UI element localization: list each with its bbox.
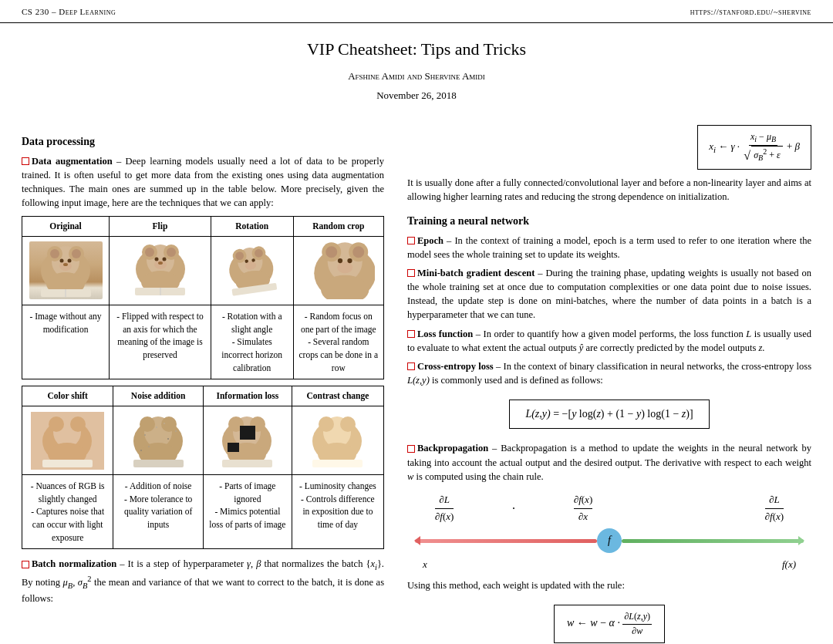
svg-rect-72 bbox=[222, 460, 272, 467]
bn-formula-box: xi ← γ · xi − μB √ σB2 + ε + β bbox=[697, 125, 811, 170]
page-title: VIP Cheatsheet: Tips and Tricks bbox=[0, 37, 833, 62]
cross-entropy-paragraph: Cross-entropy loss – In the context of b… bbox=[407, 359, 811, 387]
update-rule-text: Using this method, each weight is update… bbox=[407, 578, 811, 592]
col-original: Original bbox=[22, 217, 110, 237]
bear-crop bbox=[302, 241, 375, 299]
red-square-ce-icon bbox=[407, 362, 415, 370]
col-random-crop: Random crop bbox=[293, 217, 383, 237]
epoch-paragraph: Epoch – In the context of training a mod… bbox=[407, 234, 811, 261]
col-noise: Noise addition bbox=[113, 386, 204, 406]
arrow-lines-row: f bbox=[407, 528, 811, 553]
epoch-label: Epoch bbox=[417, 235, 443, 246]
partial-fx3: ∂f(x) bbox=[765, 510, 784, 524]
bn-description: It is usually done after a fully connect… bbox=[407, 176, 811, 204]
red-square-loss-icon bbox=[407, 330, 415, 338]
svg-point-56 bbox=[140, 416, 155, 432]
svg-point-50 bbox=[49, 416, 64, 432]
red-square-minibatch-icon bbox=[407, 269, 415, 277]
augmentation-table-2: Color shift Noise addition Information l… bbox=[22, 386, 384, 549]
partial-L2: ∂L bbox=[769, 493, 780, 507]
svg-point-43 bbox=[338, 262, 353, 274]
partial-L-fx: ∂L ∂f(x) bbox=[435, 493, 454, 524]
cell-noise-desc: - Addition of noise- More tolerance to q… bbox=[113, 475, 204, 549]
bn-numerator: xi − μB bbox=[749, 130, 777, 147]
frac-line-2 bbox=[574, 508, 593, 509]
frac-line-1 bbox=[435, 508, 454, 509]
backprop-label: Backpropagation bbox=[417, 443, 488, 453]
red-square-epoch-icon bbox=[407, 237, 415, 244]
table-row-desc-2: - Nuances of RGB is slightly changed- Ca… bbox=[22, 475, 384, 549]
cell-info-img bbox=[203, 406, 292, 475]
cell-flip-img bbox=[110, 236, 211, 305]
svg-rect-74 bbox=[228, 443, 239, 452]
bn-sqrt: √ σB2 + ε bbox=[744, 146, 782, 164]
red-arrow-left bbox=[415, 539, 597, 543]
data-processing-title: Data processing bbox=[22, 134, 384, 150]
minibatch-paragraph: Mini-batch gradient descent – During the… bbox=[407, 266, 811, 322]
svg-point-7 bbox=[59, 259, 63, 263]
svg-point-60 bbox=[144, 434, 146, 436]
update-denominator: ∂w bbox=[630, 625, 644, 638]
svg-rect-24 bbox=[135, 288, 185, 295]
bn-fraction: xi − μB √ σB2 + ε bbox=[742, 130, 784, 165]
col-rotation: Rotation bbox=[211, 217, 293, 237]
svg-point-5 bbox=[72, 249, 81, 258]
red-arrowhead-left bbox=[414, 536, 420, 545]
green-arrow-right bbox=[622, 539, 804, 543]
cross-entropy-formula-container: L(z,y) = −[y log(z) + (1 − y) log(1 − z)… bbox=[407, 393, 811, 435]
header-left: CS 230 – Deep Learning bbox=[22, 6, 116, 19]
backprop-diagram: ∂L ∂f(x) · ∂f(x) ∂x ∂L ∂f(x) bbox=[407, 493, 811, 573]
partial-fx: ∂f(x) bbox=[435, 510, 454, 524]
svg-point-44 bbox=[338, 258, 342, 263]
col-color-shift: Color shift bbox=[22, 386, 113, 406]
partial-L-fx2: ∂L ∂f(x) bbox=[765, 493, 784, 524]
svg-point-41 bbox=[326, 247, 338, 258]
svg-point-66 bbox=[175, 430, 177, 432]
header-right: https://stanford.edu/~shervine bbox=[690, 6, 811, 19]
loss-paragraph: Loss function – In order to quantify how… bbox=[407, 327, 811, 355]
bn-sqrt-content: σB2 + ε bbox=[751, 146, 783, 164]
svg-point-78 bbox=[340, 416, 356, 432]
svg-point-42 bbox=[353, 247, 365, 258]
svg-point-45 bbox=[348, 258, 352, 263]
cross-entropy-label: Cross-entropy loss bbox=[417, 361, 494, 372]
cell-rotation-img bbox=[211, 236, 293, 305]
minibatch-label: Mini-batch gradient descent bbox=[417, 268, 535, 278]
svg-rect-80 bbox=[312, 460, 363, 467]
bear-flip bbox=[123, 240, 197, 302]
svg-point-9 bbox=[63, 263, 68, 266]
training-title: Training a neural network bbox=[407, 214, 811, 229]
epoch-text: – In the context of training a model, ep… bbox=[407, 235, 811, 260]
backprop-paragraph: Backpropagation – Backpropagation is a m… bbox=[407, 441, 811, 483]
col-info-loss: Information loss bbox=[203, 386, 292, 406]
cell-random-crop-img bbox=[293, 236, 383, 305]
node-label: f bbox=[608, 533, 611, 548]
svg-point-51 bbox=[70, 416, 86, 432]
cell-contrast-desc: - Luminosity changes- Controls differenc… bbox=[292, 475, 383, 549]
update-fraction: ∂L(z,y) ∂w bbox=[622, 610, 652, 638]
update-formula-box: w ← w − α · ∂L(z,y) ∂w bbox=[554, 605, 665, 643]
red-square-bn-icon bbox=[22, 561, 29, 568]
table-row-desc-1: - Image without any modification - Flipp… bbox=[22, 305, 384, 379]
dot-operator: · bbox=[512, 500, 515, 518]
cell-original-img bbox=[22, 236, 110, 305]
cell-crop-desc: - Random focus on one part of the image-… bbox=[293, 305, 383, 379]
partial-L: ∂L bbox=[439, 493, 450, 507]
cell-info-desc: - Parts of image ignored- Mimics potenti… bbox=[203, 475, 292, 549]
bear-noise bbox=[122, 412, 195, 470]
svg-point-63 bbox=[148, 446, 150, 447]
bear-rotation bbox=[215, 237, 288, 305]
bear-info bbox=[211, 412, 284, 470]
cell-contrast-img bbox=[292, 406, 383, 475]
svg-point-62 bbox=[167, 438, 169, 440]
svg-rect-59 bbox=[133, 460, 184, 467]
cross-entropy-formula-box: L(z,y) = −[y log(z) + (1 − y) log(1 − z)… bbox=[509, 400, 709, 429]
svg-rect-53 bbox=[42, 460, 93, 467]
table-row-images-1 bbox=[22, 236, 384, 305]
header: CS 230 – Deep Learning https://stanford.… bbox=[0, 0, 833, 23]
left-column: Data processing Data augmentation – Deep… bbox=[22, 125, 400, 644]
bear-original bbox=[29, 241, 103, 299]
data-aug-label: Data augmentation bbox=[32, 156, 113, 167]
red-square-icon bbox=[22, 157, 29, 165]
cell-color-img bbox=[22, 406, 113, 475]
